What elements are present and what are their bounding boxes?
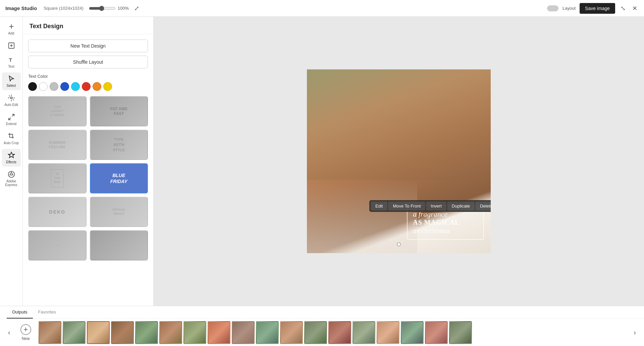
- panel-title: Text Design: [23, 17, 153, 34]
- next-button[interactable]: ›: [631, 326, 639, 339]
- app-title: Image Studio: [5, 5, 37, 11]
- rotate-handle[interactable]: [397, 242, 401, 246]
- thumbnail-16[interactable]: [401, 321, 424, 344]
- template-card-2[interactable]: FAT ANDFAST: [90, 96, 148, 126]
- sidebar-select-label: Select: [7, 84, 16, 88]
- topbar: Image Studio Square (1024x1024) 100% ⤢ L…: [0, 0, 644, 17]
- svg-point-4: [10, 97, 12, 99]
- panel: Text Design New Text Design Shuffle Layo…: [23, 17, 154, 306]
- color-swatch-yellow[interactable]: [103, 82, 112, 91]
- new-text-design-button[interactable]: New Text Design: [28, 40, 148, 52]
- thumbnail-5[interactable]: [135, 321, 158, 344]
- layout-label: Layout: [562, 6, 576, 11]
- tab-favorites[interactable]: Favorites: [33, 306, 61, 319]
- invert-button[interactable]: Invert: [426, 201, 446, 211]
- sidebar-autocrop-label: Auto Crop: [4, 141, 19, 145]
- thumbnail-18[interactable]: [449, 321, 472, 344]
- close-button[interactable]: ✕: [631, 3, 639, 13]
- new-output-button[interactable]: + New: [16, 321, 36, 344]
- template-card-7[interactable]: DEKO: [28, 197, 87, 227]
- thumbnail-6[interactable]: [159, 321, 182, 344]
- sidebar-item-text[interactable]: T Text: [2, 53, 21, 71]
- sidebar-item-text-design[interactable]: [2, 39, 21, 52]
- canvas-text-line2: AS MAGICAL: [413, 219, 478, 226]
- thumbnail-10[interactable]: [256, 321, 279, 344]
- edit-button[interactable]: Edit: [371, 201, 387, 211]
- duplicate-button[interactable]: Duplicate: [447, 201, 475, 211]
- new-label: New: [22, 336, 30, 341]
- thumbnail-1[interactable]: [39, 321, 61, 344]
- prev-button[interactable]: ‹: [5, 326, 13, 339]
- sidebar-item-adobe-express[interactable]: Adobe Express: [2, 168, 21, 189]
- save-image-button[interactable]: Save image: [580, 3, 615, 14]
- template-card-10[interactable]: ···: [90, 230, 148, 261]
- sidebar-item-add[interactable]: Add: [2, 20, 21, 38]
- expand-button[interactable]: ⤡: [619, 3, 627, 13]
- move-to-front-button[interactable]: Move To Front: [388, 201, 425, 211]
- template-card-1[interactable]: THISLAYOUTIS GREAT: [28, 96, 87, 126]
- canvas-area: Edit Move To Front Invert Duplicate Dele…: [154, 17, 644, 306]
- thumbnail-12[interactable]: [304, 321, 327, 344]
- context-menu: Edit Move To Front Invert Duplicate Dele…: [369, 200, 491, 212]
- template-grid: THISLAYOUTIS GREAT FAT ANDFAST SUMMERFEE…: [28, 96, 148, 261]
- sidebar-extend-label: Extend: [6, 122, 16, 126]
- sidebar-item-auto-crop[interactable]: Auto Crop: [2, 130, 21, 148]
- delete-button[interactable]: Delete: [475, 201, 491, 211]
- svg-text:T: T: [9, 57, 12, 63]
- panel-scroll-area[interactable]: New Text Design Shuffle Layout Text Colo…: [23, 34, 153, 306]
- zoom-value: 100%: [118, 6, 129, 11]
- thumbnail-13[interactable]: [328, 321, 351, 344]
- color-swatch-black[interactable]: [28, 82, 37, 91]
- bottom-area: Outputs Favorites ‹ + New: [0, 306, 644, 346]
- color-swatch-lightgray[interactable]: [50, 82, 58, 91]
- thumbnail-strip: [39, 321, 629, 344]
- template-card-9[interactable]: ···: [28, 230, 87, 261]
- left-sidebar: Add T Text Select Auto Edit Extend Auto …: [0, 17, 23, 306]
- canvas-scene[interactable]: Edit Move To Front Invert Duplicate Dele…: [307, 69, 491, 253]
- thumbnail-7[interactable]: [183, 321, 206, 344]
- sidebar-autoedit-label: Auto Edit: [4, 103, 18, 107]
- color-swatch-blue-dark[interactable]: [60, 82, 69, 91]
- color-swatch-orange[interactable]: [93, 82, 101, 91]
- template-card-4[interactable]: TYPEwithStyle: [90, 130, 148, 160]
- layout-toggle[interactable]: [547, 5, 558, 11]
- sidebar-item-effects[interactable]: Effects: [2, 149, 21, 167]
- canvas-size-label: Square (1024x1024): [44, 6, 84, 11]
- sidebar-adobe-label: Adobe Express: [3, 179, 19, 187]
- thumbnail-8[interactable]: [208, 321, 230, 344]
- shuffle-layout-button[interactable]: Shuffle Layout: [28, 56, 148, 68]
- template-card-8[interactable]: SPECIALDEALS: [90, 197, 148, 227]
- thumbnail-9[interactable]: [232, 321, 255, 344]
- template-card-3[interactable]: SUMMERFEELING: [28, 130, 87, 160]
- tab-outputs[interactable]: Outputs: [7, 306, 33, 319]
- thumbnail-17[interactable]: [425, 321, 448, 344]
- template-card-5[interactable]: inthebox: [28, 163, 87, 193]
- canvas-text-line3: as christmas: [413, 226, 478, 235]
- fit-screen-button[interactable]: ⤢: [133, 3, 141, 13]
- scene-tree-overlay: [307, 69, 491, 180]
- bottom-tabs: Outputs Favorites: [0, 306, 644, 319]
- thumbnail-11[interactable]: [280, 321, 303, 344]
- main-area: Add T Text Select Auto Edit Extend Auto …: [0, 17, 644, 306]
- thumbnail-14[interactable]: [353, 321, 375, 344]
- color-swatch-white[interactable]: [39, 82, 48, 91]
- thumbnail-4[interactable]: [111, 321, 134, 344]
- sidebar-item-select[interactable]: Select: [2, 72, 21, 90]
- sidebar-effects-label: Effects: [6, 160, 16, 164]
- canvas-wrapper: Edit Move To Front Invert Duplicate Dele…: [307, 69, 491, 253]
- sidebar-add-label: Add: [8, 32, 14, 35]
- sidebar-text-label: Text: [8, 65, 14, 68]
- template-card-6[interactable]: blueFRIDAY: [90, 163, 148, 193]
- bottom-strip: ‹ + New ›: [0, 319, 644, 346]
- sidebar-item-extend[interactable]: Extend: [2, 111, 21, 128]
- scene-fur-overlay: [307, 180, 417, 253]
- thumbnail-15[interactable]: [377, 321, 399, 344]
- sidebar-item-auto-edit[interactable]: Auto Edit: [2, 92, 21, 109]
- color-swatch-cyan[interactable]: [71, 82, 80, 91]
- thumbnail-2[interactable]: [63, 321, 86, 344]
- color-swatches: [28, 82, 148, 91]
- zoom-slider[interactable]: [89, 6, 116, 11]
- zoom-slider-group: 100%: [89, 6, 129, 11]
- color-swatch-red[interactable]: [82, 82, 91, 91]
- thumbnail-3[interactable]: [87, 321, 110, 344]
